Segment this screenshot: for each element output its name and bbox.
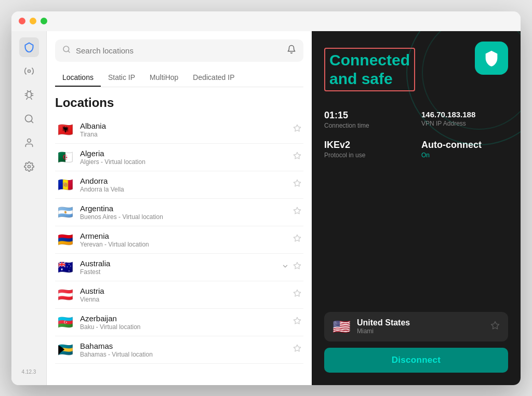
list-item[interactable]: 🇦🇷 Argentina Buenos Aires - Virtual loca… xyxy=(55,199,303,226)
flag-icon: 🇦🇩 xyxy=(57,177,74,192)
svg-marker-16 xyxy=(491,321,499,329)
connected-status-box: Connected and safe xyxy=(324,48,415,91)
list-item[interactable]: 🇦🇩 Andorra Andorra la Vella xyxy=(55,171,303,199)
vpn-logo xyxy=(475,42,508,75)
location-name: Austria xyxy=(80,286,293,295)
sidebar-icon-settings[interactable] xyxy=(19,157,39,176)
version-label: 4.12.3 xyxy=(22,369,36,379)
stat-protocol: IKEv2 Protocol in use xyxy=(324,140,411,159)
location-sub: Tirana xyxy=(80,131,293,138)
search-icon xyxy=(62,45,71,56)
flag-icon: 🇦🇷 xyxy=(57,205,74,220)
search-bar xyxy=(55,39,303,62)
location-info: Bahamas Bahamas - Virtual location xyxy=(80,342,293,358)
location-info: Azerbaijan Baku - Virtual location xyxy=(80,314,293,331)
svg-line-2 xyxy=(31,120,33,122)
connected-title-line2: and safe xyxy=(329,70,410,88)
location-info: Argentina Buenos Aires - Virtual locatio… xyxy=(80,204,293,221)
flag-icon: 🇦🇹 xyxy=(57,288,74,302)
locations-heading: Locations xyxy=(55,95,303,110)
left-panel: Locations Static IP MultiHop Dedicated I… xyxy=(47,31,312,385)
flag-icon: 🇧🇸 xyxy=(57,343,74,357)
svg-marker-10 xyxy=(294,207,300,214)
tab-multihop[interactable]: MultiHop xyxy=(142,69,185,87)
sidebar-icon-search[interactable] xyxy=(19,109,39,129)
svg-marker-12 xyxy=(294,262,300,269)
sidebar-icon-user[interactable] xyxy=(19,133,39,153)
location-sub: Yerevan - Virtual location xyxy=(80,241,293,248)
favorite-star-icon[interactable] xyxy=(293,124,301,135)
favorite-star-icon[interactable] xyxy=(293,152,301,162)
sidebar-icon-bug[interactable] xyxy=(19,85,39,105)
minimize-button[interactable] xyxy=(30,18,36,24)
list-item[interactable]: 🇦🇲 Armenia Yerevan - Virtual location xyxy=(55,226,303,254)
location-sub: Baku - Virtual location xyxy=(80,323,293,331)
location-sub: Fastest xyxy=(80,268,282,276)
svg-point-4 xyxy=(28,165,30,168)
location-name: Argentina xyxy=(80,204,293,213)
location-list[interactable]: 🇦🇱 Albania Tirana 🇩🇿 Algeria Algiers - V… xyxy=(55,116,303,377)
location-sub: Algiers - Virtual location xyxy=(80,158,293,166)
svg-marker-15 xyxy=(294,345,300,351)
favorite-star-icon[interactable] xyxy=(293,207,301,217)
sidebar-icon-network-settings[interactable] xyxy=(19,61,39,81)
list-item[interactable]: 🇦🇿 Azerbaijan Baku - Virtual location xyxy=(55,309,303,336)
connected-star-icon[interactable] xyxy=(490,321,500,333)
location-name: Andorra xyxy=(80,176,293,185)
tab-dedicated-ip[interactable]: Dedicated IP xyxy=(185,69,242,87)
favorite-star-icon[interactable] xyxy=(293,344,301,355)
svg-marker-14 xyxy=(294,317,300,324)
title-bar xyxy=(11,11,521,31)
close-button[interactable] xyxy=(19,18,25,24)
list-item[interactable]: 🇦🇺 Australia Fastest xyxy=(55,254,303,281)
svg-marker-8 xyxy=(294,152,300,159)
location-name: Algeria xyxy=(80,149,293,158)
vpn-logo-area xyxy=(475,42,508,75)
location-name: Bahamas xyxy=(80,342,293,350)
favorite-star-icon[interactable] xyxy=(293,234,301,245)
location-sub: Buenos Aires - Virtual location xyxy=(80,213,293,221)
location-name: Albania xyxy=(80,121,293,130)
autoconnect-value: On xyxy=(421,152,508,159)
protocol-label: Protocol in use xyxy=(324,152,411,159)
maximize-button[interactable] xyxy=(41,18,47,24)
connected-info: United States Miami xyxy=(357,318,484,335)
bell-icon[interactable] xyxy=(287,45,296,57)
location-sub: Vienna xyxy=(80,296,293,303)
sidebar-icon-shield[interactable] xyxy=(19,37,39,57)
favorite-star-icon[interactable] xyxy=(293,317,301,327)
tab-locations[interactable]: Locations xyxy=(55,69,101,87)
sidebar: 4.12.3 xyxy=(11,31,47,385)
svg-marker-13 xyxy=(294,290,300,296)
connection-time-label: Connection time xyxy=(324,122,411,129)
list-item[interactable]: 🇦🇹 Austria Vienna xyxy=(55,281,303,309)
list-item[interactable]: 🇦🇱 Albania Tirana xyxy=(55,116,303,144)
location-sub: Andorra la Vella xyxy=(80,186,293,193)
svg-marker-11 xyxy=(294,235,300,241)
connected-country: United States xyxy=(357,318,484,327)
list-item[interactable]: 🇧🇸 Bahamas Bahamas - Virtual location xyxy=(55,336,303,364)
location-info: Austria Vienna xyxy=(80,286,293,303)
disconnect-button[interactable]: Disconnect xyxy=(324,348,508,373)
svg-line-6 xyxy=(68,51,70,52)
flag-icon: 🇦🇺 xyxy=(57,260,74,275)
connected-location-bar[interactable]: 🇺🇸 United States Miami xyxy=(324,312,508,342)
location-info: Australia Fastest xyxy=(80,259,282,276)
tab-static-ip[interactable]: Static IP xyxy=(101,69,142,87)
location-info: Albania Tirana xyxy=(80,121,293,138)
expand-icon[interactable] xyxy=(282,263,289,271)
favorite-star-icon[interactable] xyxy=(293,179,301,190)
list-item[interactable]: 🇩🇿 Algeria Algiers - Virtual location xyxy=(55,144,303,171)
connected-title-line1: Connected xyxy=(329,51,410,70)
flag-icon: 🇦🇱 xyxy=(57,122,74,137)
search-input[interactable] xyxy=(76,46,282,55)
connection-time-value: 01:15 xyxy=(324,110,411,121)
favorite-star-icon[interactable] xyxy=(293,289,301,300)
connected-city: Miami xyxy=(357,327,484,335)
svg-point-0 xyxy=(28,70,30,72)
svg-point-3 xyxy=(27,139,31,142)
main-content: Locations Static IP MultiHop Dedicated I… xyxy=(47,31,521,385)
svg-marker-9 xyxy=(294,180,300,186)
svg-marker-7 xyxy=(294,125,300,131)
favorite-star-icon[interactable] xyxy=(293,262,301,272)
